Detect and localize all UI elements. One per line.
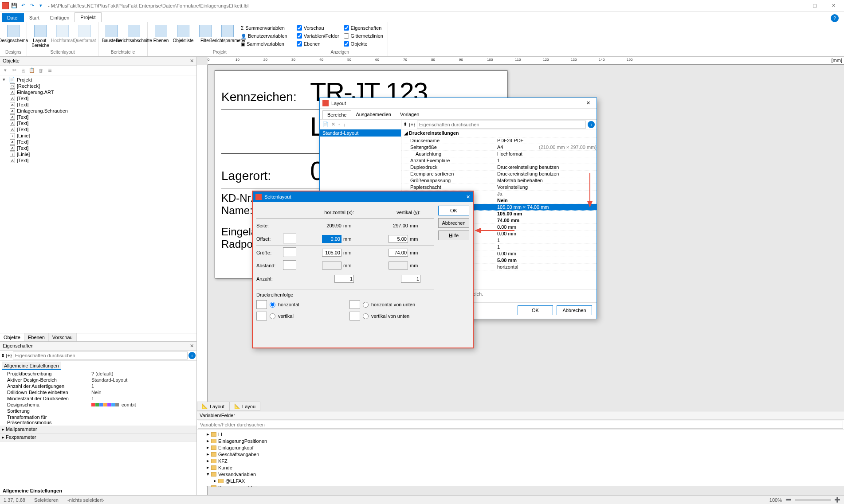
pg-row[interactable]: DruckernamePDF24 PDF bbox=[401, 137, 597, 144]
var-node[interactable]: ▸ @LLFAX bbox=[198, 477, 843, 484]
var-node[interactable]: ▸ EinlagerungPositionen bbox=[198, 438, 843, 444]
berichtsabschnitte-button[interactable]: Berichtsabschnitte bbox=[123, 23, 145, 49]
minimize-button[interactable]: ─ bbox=[787, 1, 805, 10]
tab-start[interactable]: Start bbox=[24, 13, 45, 22]
qat-dropdown-icon[interactable]: ▾ bbox=[37, 2, 44, 9]
po-vertikal[interactable]: vertikal bbox=[256, 312, 341, 320]
cat-fax[interactable]: ▸ Faxparameter bbox=[0, 434, 196, 441]
close-button[interactable]: ✕ bbox=[824, 1, 842, 10]
help-button[interactable]: Hilfe bbox=[438, 231, 469, 240]
var-node[interactable]: ▸ Summenvariablen bbox=[198, 484, 843, 487]
ebenen-button[interactable]: Ebenen bbox=[150, 23, 172, 49]
tree-node[interactable]: A [Text] bbox=[1, 102, 196, 108]
pg-row[interactable]: GrößenanpassungMaßstab beibehalten bbox=[401, 177, 597, 184]
gitternetz-check[interactable]: Gitternetzlinien bbox=[344, 33, 383, 39]
benutzervariablen-check[interactable]: 👤 Benutzervariablen bbox=[241, 33, 287, 39]
po-horizontal[interactable]: horizontal bbox=[256, 300, 341, 309]
offset-v-input[interactable] bbox=[389, 235, 408, 243]
filter-button[interactable]: Filter bbox=[195, 23, 216, 49]
var-node[interactable]: ▸ LL bbox=[198, 431, 843, 438]
tab-vorschau[interactable]: Vorschau bbox=[49, 333, 77, 341]
tree-node[interactable]: A [Text] bbox=[1, 145, 196, 151]
groesse-v-input[interactable] bbox=[389, 249, 408, 257]
anzahl-v-input[interactable] bbox=[401, 275, 420, 283]
offset-h-input[interactable] bbox=[322, 235, 342, 243]
close-icon[interactable]: ✕ bbox=[190, 58, 194, 64]
tab-ebenen[interactable]: Ebenen bbox=[24, 333, 49, 341]
pg-row[interactable]: Exemplare sortierenDruckereinstellung be… bbox=[401, 171, 597, 177]
hochformat-button[interactable]: Hochformat bbox=[52, 23, 73, 49]
zoom-slider[interactable] bbox=[795, 499, 831, 501]
tree-node[interactable]: A Einlagerung.ART bbox=[1, 89, 196, 95]
up-icon[interactable]: ↑ bbox=[338, 122, 341, 127]
pg-row[interactable]: AusrichtungHochformat bbox=[401, 151, 597, 157]
cat-icon[interactable]: ⬍ bbox=[403, 121, 407, 127]
close-icon[interactable]: ✕ bbox=[190, 343, 194, 349]
pg-cat-drucker[interactable]: ◢ Druckereinstellungen bbox=[401, 129, 597, 137]
prop-row[interactable]: Aktiver Design-BereichStandard-Layout bbox=[0, 377, 196, 383]
varfelder-check[interactable]: Variablen/Felder bbox=[297, 33, 339, 39]
summenvariablen-check[interactable]: Σ Summenvariablen bbox=[241, 25, 287, 31]
querformat-button[interactable]: Querformat bbox=[74, 23, 95, 49]
objects-tree[interactable]: ▾📄 Projekt ▭ [Rechteck]A Einlagerung.ART… bbox=[0, 75, 196, 333]
delete-icon[interactable]: 🗑 bbox=[37, 67, 44, 74]
po-v-unten[interactable]: vertikal von unten bbox=[349, 312, 434, 320]
prop-row[interactable]: Drilldown-Berichte einbettenNein bbox=[0, 389, 196, 395]
zoom-in-icon[interactable]: ➕ bbox=[834, 497, 840, 503]
tree-node[interactable]: A [Text] bbox=[1, 126, 196, 133]
paste-icon[interactable]: 📋 bbox=[28, 67, 35, 74]
down-icon[interactable]: ▾ bbox=[2, 67, 9, 74]
tab-objekte[interactable]: Objekte bbox=[0, 333, 24, 341]
tree-node[interactable]: A [Text] bbox=[1, 95, 196, 102]
prop-row[interactable]: Mindestzahl der Druckseiten1 bbox=[0, 395, 196, 402]
cut-icon[interactable]: ✂ bbox=[11, 67, 18, 74]
var-node[interactable]: ▸ KFZ bbox=[198, 457, 843, 464]
sort-icon[interactable]: ⬍ bbox=[1, 353, 5, 359]
layout-bereiche-button[interactable]: Layout- Bereiche bbox=[30, 23, 51, 49]
dlg-tab-bereiche[interactable]: Bereiche bbox=[322, 110, 351, 119]
cat-allgemein[interactable]: Allgemeine Einstellungen bbox=[2, 362, 61, 370]
properties-search[interactable] bbox=[13, 352, 188, 359]
var-node[interactable]: ▸ Kunde bbox=[198, 464, 843, 471]
ebenen-check[interactable]: Ebenen bbox=[297, 41, 339, 47]
po-h-unten[interactable]: horizontal von unten bbox=[349, 300, 434, 309]
vorschau-check[interactable]: Vorschau bbox=[297, 25, 339, 31]
undo-icon[interactable]: ↶ bbox=[20, 2, 27, 9]
prop-row[interactable]: Transformation für Präsentationsmodus bbox=[0, 414, 196, 426]
var-node[interactable]: ▾ Versandvariablen bbox=[198, 471, 843, 477]
tree-node[interactable]: A Einlagerung.Schrauben bbox=[1, 108, 196, 114]
info-icon[interactable]: i bbox=[188, 352, 196, 359]
pg-row[interactable]: DuplexdruckDruckereinstellung benutzen bbox=[401, 164, 597, 171]
ok-button[interactable]: OK bbox=[518, 305, 553, 315]
delete-icon[interactable]: ✕ bbox=[331, 121, 335, 127]
tree-node[interactable]: A [Text] bbox=[1, 120, 196, 126]
prop-row[interactable]: Sortierung bbox=[0, 408, 196, 414]
var-node[interactable]: ▸ Einlagerungkopf bbox=[198, 444, 843, 451]
redo-icon[interactable]: ↷ bbox=[28, 2, 35, 9]
fx-icon[interactable]: {+} bbox=[409, 122, 415, 127]
tree-node[interactable]: A [Text] bbox=[1, 139, 196, 145]
pg-row[interactable]: Anzahl Exemplare1 bbox=[401, 157, 597, 164]
prop-row[interactable]: Designschema combit bbox=[0, 402, 196, 408]
tree-icon[interactable]: ≣ bbox=[46, 67, 53, 74]
groesse-h-input[interactable] bbox=[322, 249, 342, 257]
tree-node[interactable]: \ [Linie] bbox=[1, 151, 196, 157]
objektliste-button[interactable]: Objektliste bbox=[173, 23, 194, 49]
var-node[interactable]: ▸ Geschäftsangaben bbox=[198, 451, 843, 457]
dlg-search[interactable] bbox=[417, 121, 586, 129]
cancel-button[interactable]: Abbrechen bbox=[557, 305, 592, 315]
eigenschaften-check[interactable]: Eigenschaften bbox=[344, 25, 383, 31]
close-icon[interactable]: ✕ bbox=[466, 194, 470, 200]
info-icon[interactable]: i bbox=[588, 121, 595, 128]
prop-row[interactable]: Anzahl der Ausfertigungen1 bbox=[0, 383, 196, 389]
help-icon[interactable]: ? bbox=[831, 14, 839, 22]
down-icon[interactable]: ↓ bbox=[343, 122, 346, 127]
vars-search[interactable] bbox=[198, 421, 843, 429]
cancel-button[interactable]: Abbrechen bbox=[438, 218, 469, 228]
pg-row[interactable]: PapierschachtVoreinstellung bbox=[401, 184, 597, 191]
tree-node[interactable]: A [Text] bbox=[1, 114, 196, 120]
save-icon[interactable]: 💾 bbox=[11, 2, 18, 9]
file-tab[interactable]: Datei bbox=[2, 13, 24, 22]
sammelvariablen-check[interactable]: ▣ Sammelvariablen bbox=[241, 41, 287, 47]
fx-icon[interactable]: {+} bbox=[6, 353, 12, 358]
